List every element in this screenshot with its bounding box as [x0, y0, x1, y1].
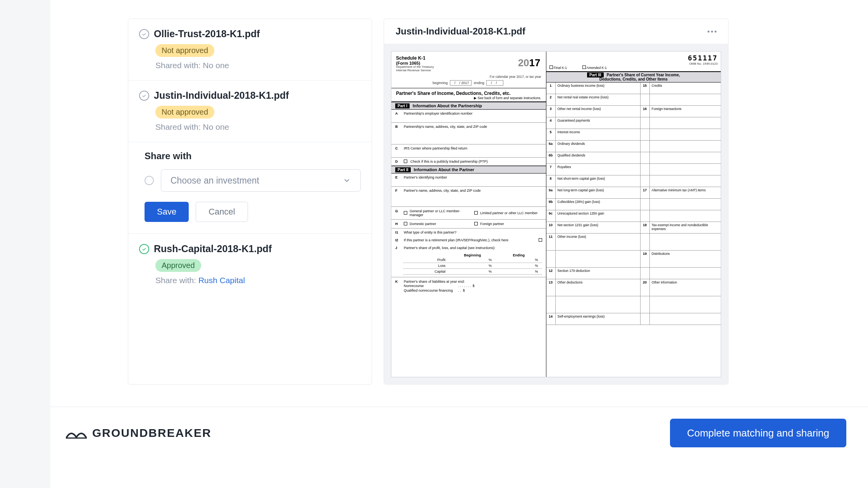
select-placeholder: Choose an investment [170, 175, 259, 186]
save-button[interactable]: Save [145, 202, 189, 222]
shared-with-text: Share with: Rush Capital [155, 276, 361, 285]
file-name: Justin-Individual-2018-K1.pdf [154, 90, 289, 101]
status-badge: Approved [155, 259, 201, 272]
check-circle-icon [139, 91, 149, 101]
part1-header: Part IInformation About the Partnership [391, 102, 546, 110]
field-h: H Domestic partner Foreign partner [391, 220, 546, 229]
part3-header: Part IIIPartner's Share of Current Year … [546, 72, 721, 82]
field-g: G General partner or LLC member-manager … [391, 207, 546, 220]
footer-bar: GROUNDBREAKER Complete matching and shar… [50, 407, 868, 447]
check-circle-approved-icon [139, 244, 149, 254]
status-badge: Not approved [155, 106, 214, 119]
field-i1: I1What type of entity is this partner? [391, 229, 546, 236]
shared-with-text: Shared with: No one [155, 61, 361, 70]
form-ocr-number: 651117 [549, 54, 718, 62]
more-options-icon[interactable] [708, 31, 716, 33]
field-a: APartnership's employer identification n… [391, 110, 546, 123]
brand-name: GROUNDBREAKER [92, 426, 212, 440]
dept-line: Internal Revenue Service [396, 69, 541, 72]
shared-with-text: Shared with: No one [155, 122, 361, 132]
field-d: DCheck if this is a publicly traded part… [391, 158, 546, 166]
check-circle-icon [139, 29, 149, 39]
complete-matching-button[interactable]: Complete matching and sharing [670, 419, 846, 447]
cancel-button[interactable]: Cancel [196, 202, 248, 222]
investment-select[interactable]: Choose an investment [161, 169, 361, 192]
brand-logo: GROUNDBREAKER [66, 426, 212, 440]
profit-loss-capital-table: BeginningEnding Profit%% Loss%% Capital%… [391, 252, 546, 277]
form-main-title: Partner's Share of Income, Deductions, C… [391, 88, 546, 102]
chevron-down-icon [343, 176, 351, 185]
field-e: EPartner's identifying number [391, 174, 546, 187]
file-item-justin[interactable]: Justin-Individual-2018-K1.pdf Not approv… [128, 81, 372, 142]
preview-body[interactable]: 651117 OMB No. 1545-0123 Schedule K-1 (F… [384, 44, 728, 384]
field-c: CIRS Center where partnership filed retu… [391, 144, 546, 158]
file-name: Ollie-Trust-2018-K1.pdf [154, 28, 260, 40]
date-range-row: beginning / / 2017 ending / / [396, 80, 541, 86]
k1-form-document: 651117 OMB No. 1545-0123 Schedule K-1 (F… [391, 51, 721, 377]
share-with-title: Share with [145, 151, 361, 162]
calendar-year-text: For calendar year 2017, or tax year [396, 75, 541, 79]
part2-header: Part IIInformation About the Partner [391, 166, 546, 174]
shared-with-link[interactable]: Rush Capital [198, 276, 245, 285]
field-k: KPartner's share of liabilities at year … [391, 277, 546, 294]
field-f: FPartner's name, address, city, state, a… [391, 187, 546, 207]
status-badge: Not approved [155, 44, 214, 57]
field-i2: I2If this partner is a retirement plan (… [391, 236, 546, 244]
file-item-ollie[interactable]: Ollie-Trust-2018-K1.pdf Not approved Sha… [128, 19, 372, 81]
file-item-rush[interactable]: Rush-Capital-2018-K1.pdf Approved Share … [128, 234, 372, 295]
document-preview-panel: Justin-Individual-2018-K1.pdf 651117 OMB… [384, 19, 728, 385]
share-section: Share with Choose an investment Save Can… [128, 142, 372, 234]
field-b: BPartnership's name, address, city, stat… [391, 123, 546, 144]
groundbreaker-logo-icon [66, 427, 87, 439]
radio-unchecked-icon[interactable] [145, 176, 154, 185]
preview-title: Justin-Individual-2018-K1.pdf [396, 26, 525, 37]
file-list-panel: Ollie-Trust-2018-K1.pdf Not approved Sha… [128, 19, 372, 385]
omb-number: OMB No. 1545-0123 [549, 62, 718, 65]
file-name: Rush-Capital-2018-K1.pdf [154, 243, 272, 254]
field-j: JPartner's share of profit, loss, and ca… [391, 244, 546, 252]
form-year: 2017 [518, 57, 541, 69]
